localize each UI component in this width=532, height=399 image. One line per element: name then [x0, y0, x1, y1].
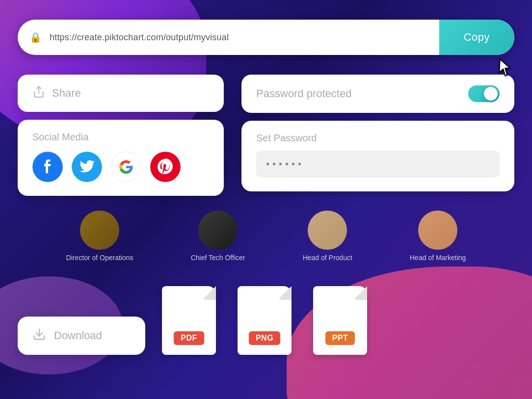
- twitter-icon[interactable]: [72, 152, 102, 182]
- copy-button[interactable]: Copy: [439, 20, 514, 55]
- social-media-title: Social Media: [32, 132, 209, 143]
- social-icons-row: [32, 152, 209, 182]
- png-file-card[interactable]: PNG: [233, 276, 296, 355]
- person-title-cto: Chief Tech Officer: [191, 254, 245, 262]
- avatar-director: [80, 211, 119, 250]
- download-label: Download: [54, 329, 102, 342]
- set-password-card: Set Password: [241, 121, 514, 191]
- png-file-page: PNG: [238, 286, 292, 355]
- person-title-product: Head of Product: [303, 254, 352, 262]
- ppt-file-card[interactable]: PPT: [308, 276, 372, 355]
- pdf-badge: PDF: [174, 331, 204, 345]
- person-title-marketing: Head of Marketing: [410, 254, 466, 262]
- share-icon: [32, 85, 45, 101]
- share-label: Share: [52, 87, 81, 100]
- person-director: Director of Operations: [66, 211, 133, 262]
- download-card[interactable]: Download: [18, 317, 145, 355]
- password-protected-card: Password protected: [241, 75, 514, 113]
- url-text: https://create.piktochart.com/output/myv…: [50, 32, 439, 43]
- left-column: Share Social Media: [18, 75, 224, 196]
- pdf-file-page: PDF: [162, 286, 216, 355]
- person-cto: Chief Tech Officer: [191, 211, 245, 262]
- set-password-title: Set Password: [256, 133, 500, 144]
- ppt-badge: PPT: [325, 331, 355, 345]
- password-toggle[interactable]: [468, 85, 500, 102]
- svg-point-4: [150, 152, 181, 182]
- people-row: Director of Operations Chief Tech Office…: [18, 211, 514, 262]
- person-title-director: Director of Operations: [66, 254, 133, 262]
- avatar-marketing: [418, 211, 457, 250]
- google-icon[interactable]: [111, 152, 141, 182]
- png-badge: PNG: [249, 331, 280, 345]
- right-column: Password protected Set Password: [241, 75, 514, 191]
- ppt-file-page: PPT: [313, 286, 367, 355]
- middle-row: Share Social Media: [18, 75, 514, 196]
- url-bar: 🔒 https://create.piktochart.com/output/m…: [18, 20, 514, 55]
- social-media-card: Social Media: [18, 120, 224, 196]
- lock-icon: 🔒: [18, 31, 50, 43]
- avatar-product: [308, 211, 347, 250]
- share-card[interactable]: Share: [18, 75, 224, 112]
- pdf-file-card[interactable]: PDF: [157, 276, 221, 355]
- person-product: Head of Product: [303, 211, 352, 262]
- person-marketing: Head of Marketing: [410, 211, 466, 262]
- facebook-icon[interactable]: [32, 152, 63, 182]
- download-icon: [32, 327, 46, 344]
- toggle-thumb: [484, 87, 498, 101]
- pinterest-icon[interactable]: [150, 152, 181, 182]
- password-protected-label: Password protected: [256, 87, 351, 100]
- bottom-row: Download PDF PNG PPT: [18, 276, 514, 355]
- password-input[interactable]: [256, 151, 500, 178]
- main-container: 🔒 https://create.piktochart.com/output/m…: [0, 0, 532, 399]
- avatar-cto: [198, 211, 238, 250]
